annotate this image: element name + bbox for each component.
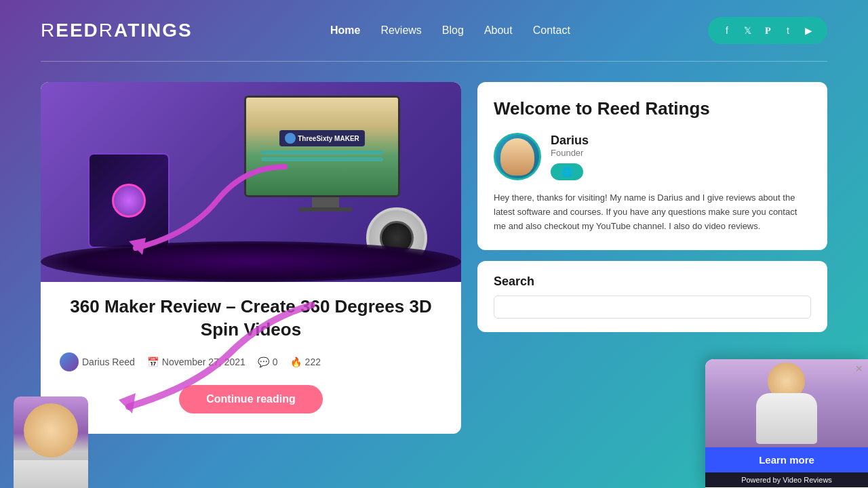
logo: REEDRATINGS	[41, 20, 193, 41]
author-role: Founder	[551, 148, 811, 158]
comments-meta: 💬 0	[258, 357, 278, 367]
facebook-icon[interactable]: f	[719, 22, 735, 39]
header: REEDRATINGS Home Reviews Blog About Cont…	[0, 0, 868, 61]
powered-by-label: Powered by Video Reviews	[705, 472, 868, 487]
article-card: ThreeSixty MAKER	[41, 82, 461, 434]
date-meta: 📅 November 27, 2021	[147, 357, 245, 367]
tumblr-icon[interactable]: t	[780, 22, 796, 39]
author-avatar-small	[60, 352, 79, 371]
video-person-preview	[705, 359, 868, 447]
continue-reading-button[interactable]: Continue reading	[179, 385, 323, 413]
nav-reviews[interactable]: Reviews	[380, 24, 421, 36]
author-meta: Darius Reed	[60, 352, 135, 371]
author-avatar	[494, 133, 541, 180]
nav-blog[interactable]: Blog	[442, 24, 464, 36]
article-title: 360 Maker Review – Create 360 Degrees 3D…	[57, 296, 445, 342]
welcome-title: Welcome to Reed Ratings	[494, 98, 811, 119]
author-info: Darius Founder 🌐	[551, 134, 811, 180]
comments-count: 0	[273, 357, 278, 367]
welcome-text: Hey there, thanks for visiting! My name …	[494, 191, 811, 233]
sidebar: Welcome to Reed Ratings Darius Founder 🌐…	[477, 82, 827, 332]
article-date: November 27, 2021	[162, 357, 245, 367]
bottom-left-avatar	[14, 396, 88, 488]
pinterest-icon[interactable]: 𝐏	[760, 22, 776, 39]
nav-home[interactable]: Home	[330, 24, 360, 36]
author-name: Darius Reed	[82, 357, 135, 367]
globe-icon: 🌐	[561, 167, 572, 177]
views-count: 222	[305, 357, 321, 367]
close-icon[interactable]: ×	[855, 362, 863, 376]
youtube-icon[interactable]: ▶	[800, 22, 816, 39]
welcome-card: Welcome to Reed Ratings Darius Founder 🌐…	[477, 82, 827, 250]
twitter-icon[interactable]: 𝕏	[739, 22, 755, 39]
author-display-name: Darius	[551, 134, 811, 148]
article-meta: Darius Reed 📅 November 27, 2021 💬 0 🔥 22…	[57, 352, 445, 371]
author-row: Darius Founder 🌐	[494, 133, 811, 180]
video-popup: × Learn more Powered by Video Reviews	[705, 359, 868, 488]
search-label: Search	[494, 274, 811, 289]
article-image: ThreeSixty MAKER	[41, 82, 461, 282]
views-meta: 🔥 222	[290, 357, 321, 367]
search-card: Search	[477, 261, 827, 332]
author-link-button[interactable]: 🌐	[551, 163, 583, 180]
monitor-visual: ThreeSixty MAKER	[244, 96, 407, 218]
social-bar: f 𝕏 𝐏 t ▶	[708, 17, 827, 44]
platform-visual	[41, 241, 461, 282]
fire-icon: 🔥	[290, 357, 302, 367]
calendar-icon: 📅	[147, 357, 159, 367]
nav-about[interactable]: About	[484, 24, 513, 36]
nav-contact[interactable]: Contact	[533, 24, 570, 36]
learn-more-button[interactable]: Learn more	[705, 447, 868, 472]
main-nav: Home Reviews Blog About Contact	[330, 24, 570, 37]
article-content: 360 Maker Review – Create 360 Degrees 3D…	[41, 282, 461, 420]
comment-icon: 💬	[258, 357, 269, 367]
search-input[interactable]	[494, 296, 811, 319]
